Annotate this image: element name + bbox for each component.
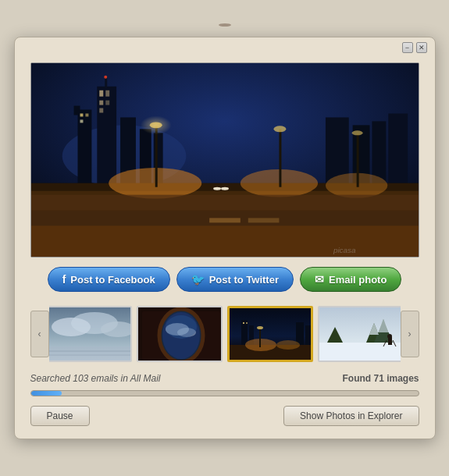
thumbnail-1[interactable] xyxy=(49,306,132,362)
svg-rect-41 xyxy=(31,191,419,211)
thumbnail-3[interactable] xyxy=(227,306,313,362)
svg-rect-68 xyxy=(259,328,261,347)
svg-rect-30 xyxy=(209,218,241,222)
thumb4-svg xyxy=(319,307,401,362)
progress-bar-container xyxy=(30,390,419,396)
title-bar: − ✕ xyxy=(15,37,435,59)
status-bar: Searched 103 emails in All Mail Found 71… xyxy=(30,373,419,384)
svg-point-57 xyxy=(166,315,197,339)
svg-rect-64 xyxy=(246,322,248,324)
svg-point-67 xyxy=(276,340,300,350)
thumbnail-4[interactable] xyxy=(318,306,401,362)
main-photo-container: picasa xyxy=(30,62,419,258)
svg-rect-31 xyxy=(248,218,279,222)
pause-button[interactable]: Pause xyxy=(30,406,90,426)
svg-rect-2 xyxy=(77,110,91,187)
svg-rect-6 xyxy=(80,119,83,123)
svg-point-69 xyxy=(257,326,263,329)
svg-rect-9 xyxy=(105,91,109,97)
thumbnails-container xyxy=(49,303,401,365)
thumbnail-strip: ‹ xyxy=(30,303,419,365)
svg-rect-29 xyxy=(31,226,419,257)
post-facebook-button[interactable]: f Post to Facebook xyxy=(48,267,170,292)
svg-rect-5 xyxy=(85,113,88,116)
svg-rect-37 xyxy=(356,133,358,186)
thumb-nav-right[interactable]: › xyxy=(401,311,419,357)
svg-text:picasa: picasa xyxy=(332,246,355,254)
svg-rect-49 xyxy=(49,354,132,356)
svg-rect-11 xyxy=(105,101,109,105)
svg-rect-21 xyxy=(388,113,408,186)
svg-rect-3 xyxy=(73,106,80,115)
main-photo-svg: picasa xyxy=(31,63,419,257)
facebook-icon: f xyxy=(62,273,66,286)
action-buttons: f Post to Facebook 🐦 Post to Twitter ✉ E… xyxy=(30,267,419,292)
svg-rect-12 xyxy=(99,108,103,113)
email-icon: ✉ xyxy=(315,273,324,286)
thumbnail-2[interactable] xyxy=(137,306,223,362)
close-button[interactable]: ✕ xyxy=(416,42,427,53)
window-controls: − ✕ xyxy=(402,42,427,53)
svg-rect-32 xyxy=(155,125,157,186)
email-photo-button[interactable]: ✉ Email photo xyxy=(300,267,401,292)
svg-point-38 xyxy=(351,130,362,135)
main-window: − ✕ xyxy=(14,37,436,439)
thumb2-svg xyxy=(138,307,223,362)
searched-text: Searched 103 emails in All Mail xyxy=(30,373,161,384)
thumb1-svg xyxy=(49,307,132,362)
svg-point-40 xyxy=(221,187,229,190)
svg-rect-71 xyxy=(319,343,401,362)
bottom-buttons: Pause Show Photos in Explorer xyxy=(30,406,419,426)
minimize-button[interactable]: − xyxy=(402,42,413,53)
found-text: Found 71 images xyxy=(342,373,419,384)
svg-rect-13 xyxy=(105,77,107,88)
svg-point-39 xyxy=(213,187,221,190)
thumb3-svg xyxy=(230,308,313,362)
svg-rect-8 xyxy=(99,91,103,97)
svg-rect-48 xyxy=(49,350,132,352)
twitter-icon: 🐦 xyxy=(191,273,205,286)
svg-point-34 xyxy=(140,115,171,134)
thumb-nav-left[interactable]: ‹ xyxy=(30,311,49,357)
svg-rect-35 xyxy=(279,129,281,186)
post-twitter-button[interactable]: 🐦 Post to Twitter xyxy=(176,267,294,292)
svg-rect-4 xyxy=(80,113,83,116)
show-photos-button[interactable]: Show Photos in Explorer xyxy=(283,406,419,426)
svg-rect-63 xyxy=(243,322,244,324)
svg-rect-10 xyxy=(99,101,103,105)
svg-point-14 xyxy=(104,76,107,79)
svg-point-78 xyxy=(387,334,392,339)
progress-fill xyxy=(31,391,62,396)
svg-point-36 xyxy=(273,126,286,132)
